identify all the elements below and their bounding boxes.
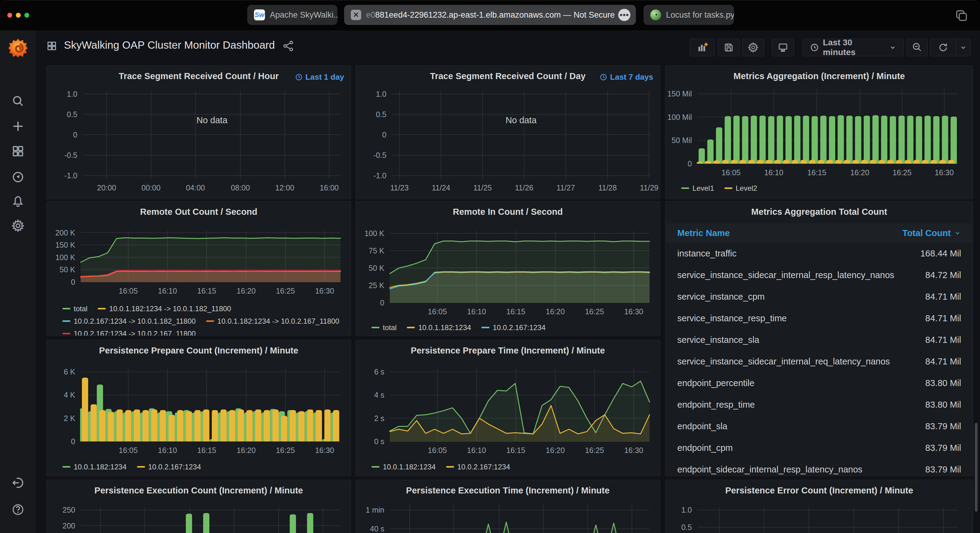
svg-text:16:15: 16:15 [506, 446, 525, 455]
legend-series-label: 10.0.1.182:1234 [74, 462, 127, 471]
legend-item[interactable]: 10.0.2.167:1234 [446, 462, 511, 471]
zoom-out-time-button[interactable] [906, 39, 928, 56]
legend-item[interactable]: 10.0.2.167:1234 [137, 462, 201, 471]
svg-text:4 K: 4 K [64, 390, 75, 399]
time-range-label: Last 30 minutes [823, 38, 885, 57]
legend-item[interactable]: Level2 [724, 184, 757, 193]
chart-prepare-count: 16:0516:1016:1516:2016:2516:306 K4 K2 K0 [46, 340, 351, 476]
svg-text:25 K: 25 K [369, 281, 385, 290]
panel-trace-segment-day: Trace Segment Received Count / Day Last … [355, 65, 660, 199]
svg-text:16:30: 16:30 [624, 307, 643, 316]
legend-series-label: total [74, 304, 88, 313]
tab-title: Apache SkyWalki... [270, 10, 337, 20]
legend-item[interactable]: Level1 [681, 184, 714, 193]
add-panel-button[interactable] [690, 39, 715, 56]
alerting-bell-icon[interactable] [0, 189, 36, 214]
dashboards-icon[interactable] [0, 139, 36, 163]
svg-text:16:30: 16:30 [315, 446, 334, 455]
table-row: instance_traffic168.44 Mil [666, 243, 973, 264]
legend-item[interactable]: 10.0.2.167:1234 -> 10.0.2.167_11800 [62, 329, 196, 336]
window-close-button[interactable] [7, 13, 12, 17]
svg-text:1.0: 1.0 [681, 506, 692, 514]
page-scrollbar-thumb[interactable] [975, 423, 978, 512]
svg-text:2 s: 2 s [374, 414, 384, 423]
svg-text:-0.5: -0.5 [64, 151, 77, 159]
search-icon[interactable] [0, 89, 36, 113]
svg-text:50 Mil: 50 Mil [671, 136, 692, 144]
refresh-interval-chevron-icon[interactable] [956, 43, 970, 51]
table-column-metric-name[interactable]: Metric Name [677, 228, 730, 238]
total-count-cell: 84.71 Mil [925, 292, 961, 302]
legend-item[interactable]: total [62, 304, 88, 313]
table-rows: instance_traffic168.44 Milservice_instan… [666, 243, 973, 476]
svg-text:16:15: 16:15 [807, 168, 827, 177]
legend-item[interactable]: 10.0.1.182:1234 [62, 462, 127, 471]
window-zoom-button[interactable] [24, 13, 29, 17]
legend-series-label: 10.0.1.182:1234 [418, 323, 471, 332]
browser-chrome: Sw Apache SkyWalki... ✕ e0881eed4-229612… [0, 0, 980, 30]
dashboard-title[interactable]: SkyWalking OAP Cluster Monitor Dashboard [64, 39, 275, 51]
svg-text:16:20: 16:20 [546, 446, 565, 455]
total-count-cell: 83.79 Mil [925, 443, 961, 453]
legend-item[interactable]: 10.0.1.182:1234 [372, 462, 436, 471]
tab-more-icon[interactable]: ••• [618, 9, 630, 21]
table-column-total-count[interactable]: Total Count [902, 228, 961, 238]
browser-tab-skywalking[interactable]: Sw Apache SkyWalki... [247, 5, 337, 25]
panel-persistence-prepare-time: Persistence Prepare Time (Increment) / M… [355, 340, 660, 476]
svg-text:16:15: 16:15 [197, 446, 216, 455]
table-row: endpoint_percentile83.80 Mil [666, 372, 973, 394]
svg-text:16:25: 16:25 [276, 287, 295, 295]
gear-icon [747, 42, 759, 53]
legend-series-dash [446, 466, 454, 468]
svg-text:11/26: 11/26 [515, 184, 533, 192]
explore-compass-icon[interactable] [0, 165, 36, 189]
monitor-icon [778, 42, 788, 53]
total-count-cell: 84.71 Mil [925, 313, 961, 324]
legend-item[interactable]: 10.0.1.182:1234 [407, 323, 471, 332]
tab-overview-icon[interactable] [955, 9, 969, 24]
time-picker-button[interactable]: Last 30 minutes [803, 39, 904, 56]
window-minimize-button[interactable] [16, 13, 21, 17]
legend-item[interactable]: 10.0.2.167:1234 [482, 323, 546, 332]
table-header: Metric Name Total Count [666, 223, 973, 243]
total-count-cell: 84.71 Mil [925, 357, 961, 366]
metric-name-cell: service_instance_sla [677, 335, 759, 345]
help-icon[interactable] [0, 497, 36, 522]
svg-text:16:15: 16:15 [506, 307, 525, 316]
browser-tab-locust[interactable]: ◔ Locust for tasks.py [643, 5, 734, 25]
chart-legend: 10.0.1.182:123410.0.2.167:1234 [372, 462, 655, 471]
legend-item[interactable]: 10.0.1.182:1234 -> 10.0.1.182_11800 [98, 304, 231, 313]
total-count-cell: 83.80 Mil [925, 378, 961, 388]
panel-title[interactable]: Metrics Aggregation Total Count [665, 207, 973, 217]
svg-text:16:20: 16:20 [850, 168, 869, 177]
cycle-view-mode-button[interactable] [772, 39, 794, 56]
legend-series-label: 10.0.1.182:1234 -> 10.0.2.167_11800 [218, 317, 340, 325]
tab-url: 881eed4-22961232.ap-east-1.elb.amazonaws… [375, 10, 614, 20]
legend-series-label: 10.0.2.167:1234 -> 10.0.1.182_11800 [74, 317, 196, 325]
refresh-icon[interactable] [931, 42, 956, 53]
skywalking-favicon: Sw [254, 10, 265, 21]
metric-name-cell: service_instance_sidecar_internal_resp_l… [677, 270, 894, 280]
legend-item[interactable]: 10.0.2.167:1234 -> 10.0.1.182_11800 [62, 317, 196, 325]
tab-close-icon[interactable]: ✕ [351, 10, 361, 20]
svg-text:12:00: 12:00 [275, 184, 294, 192]
dashboard-grid-icon[interactable] [46, 40, 57, 52]
share-icon[interactable] [283, 40, 294, 53]
grafana-logo[interactable] [0, 36, 36, 60]
panel-persistence-execution-count: Persistence Execution Count (Increment) … [46, 480, 351, 533]
refresh-button-group[interactable] [930, 39, 971, 56]
svg-text:16:25: 16:25 [276, 446, 295, 455]
sign-in-icon[interactable] [0, 471, 36, 495]
svg-text:250: 250 [62, 506, 75, 514]
legend-series-dash [98, 308, 106, 309]
browser-tab-active-url[interactable]: ✕ e0881eed4-22961232.ap-east-1.elb.amazo… [344, 5, 636, 25]
save-dashboard-button[interactable] [718, 39, 740, 56]
legend-series-label: 10.0.1.182:1234 -> 10.0.1.182_11800 [109, 304, 231, 313]
configuration-gear-icon[interactable] [0, 214, 36, 238]
create-plus-icon[interactable] [0, 114, 36, 138]
legend-item[interactable]: 10.0.1.182:1234 -> 10.0.2.167_11800 [206, 317, 340, 325]
total-count-cell: 83.79 Mil [925, 421, 961, 431]
svg-text:75 K: 75 K [369, 246, 385, 255]
dashboard-settings-button[interactable] [742, 39, 764, 56]
legend-item[interactable]: total [372, 323, 396, 332]
